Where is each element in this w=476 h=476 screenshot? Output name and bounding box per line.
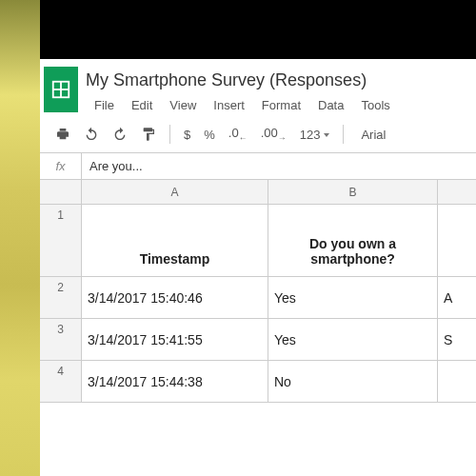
table-row: 3/14/2017 15:40:46 Yes A — [82, 277, 476, 319]
cell[interactable] — [438, 361, 476, 403]
percent-button[interactable]: % — [198, 128, 221, 142]
grid-icon — [50, 79, 71, 100]
column-header[interactable]: B — [268, 180, 438, 205]
toolbar: $ % .0← .00→ 123 Arial — [40, 118, 476, 153]
cell[interactable]: A — [438, 277, 476, 319]
menu-edit[interactable]: Edit — [123, 94, 161, 116]
cell[interactable]: Yes — [268, 319, 438, 361]
menu-view[interactable]: View — [161, 94, 205, 116]
table-row: 3/14/2017 15:44:38 No — [82, 361, 476, 403]
spreadsheet-grid: 1 2 3 4 A B Timestamp Do you own a smart… — [40, 180, 476, 403]
number-format-button[interactable]: 123 — [294, 128, 336, 142]
redo-icon — [112, 127, 128, 142]
column-header[interactable]: A — [82, 180, 268, 205]
column-header[interactable] — [438, 180, 476, 205]
print-button[interactable] — [50, 122, 76, 147]
cell[interactable] — [438, 205, 476, 277]
increase-decimal-button[interactable]: .00→ — [255, 126, 292, 143]
font-select[interactable]: Arial — [351, 128, 389, 142]
document-title[interactable]: My Smartphone Survey (Responses) — [86, 67, 470, 92]
chevron-down-icon — [324, 133, 329, 137]
row-header[interactable]: 4 — [40, 361, 82, 403]
menu-data[interactable]: Data — [309, 94, 352, 116]
cell[interactable]: 3/14/2017 15:40:46 — [82, 277, 268, 319]
redo-button[interactable] — [107, 122, 133, 147]
undo-icon — [84, 127, 99, 142]
row-header[interactable]: 1 — [40, 205, 82, 277]
dec-dec-label: .0 — [228, 126, 239, 140]
formula-bar: fx Are you... — [40, 153, 476, 180]
formula-input[interactable]: Are you... — [82, 159, 150, 173]
decrease-decimal-button[interactable]: .0← — [223, 126, 253, 143]
title-bar: My Smartphone Survey (Responses) File Ed… — [40, 59, 476, 118]
menu-insert[interactable]: Insert — [205, 94, 253, 116]
select-all-corner[interactable] — [40, 180, 82, 205]
cell[interactable]: 3/14/2017 15:44:38 — [82, 361, 268, 403]
cell[interactable]: S — [438, 319, 476, 361]
dec-inc-label: .00 — [261, 126, 278, 140]
sheets-logo-icon[interactable] — [44, 67, 78, 112]
cell[interactable]: No — [268, 361, 438, 403]
cell[interactable]: Yes — [268, 277, 438, 319]
print-icon — [55, 127, 70, 142]
currency-button[interactable]: $ — [178, 128, 196, 142]
menu-bar: File Edit View Insert Format Data Tools — [86, 94, 470, 116]
cell[interactable]: 3/14/2017 15:41:55 — [82, 319, 268, 361]
table-row: Timestamp Do you own a smartphone? — [82, 205, 476, 277]
cell[interactable]: Timestamp — [82, 205, 268, 277]
menu-file[interactable]: File — [86, 94, 123, 116]
toolbar-separator — [169, 125, 170, 144]
menu-tools[interactable]: Tools — [352, 94, 398, 116]
black-bar — [40, 0, 476, 59]
paint-roller-icon — [141, 127, 156, 142]
font-label: Arial — [361, 128, 386, 142]
row-header[interactable]: 2 — [40, 277, 82, 319]
fx-label: fx — [40, 153, 82, 179]
menu-format[interactable]: Format — [253, 94, 309, 116]
undo-button[interactable] — [78, 122, 105, 147]
background-strip — [0, 0, 40, 476]
sheets-app: My Smartphone Survey (Responses) File Ed… — [40, 59, 476, 476]
cell[interactable]: Do you own a smartphone? — [268, 205, 438, 277]
row-header[interactable]: 3 — [40, 319, 82, 361]
num-fmt-label: 123 — [300, 128, 321, 142]
paint-format-button[interactable] — [135, 122, 162, 147]
table-row: 3/14/2017 15:41:55 Yes S — [82, 319, 476, 361]
toolbar-separator — [343, 125, 344, 144]
